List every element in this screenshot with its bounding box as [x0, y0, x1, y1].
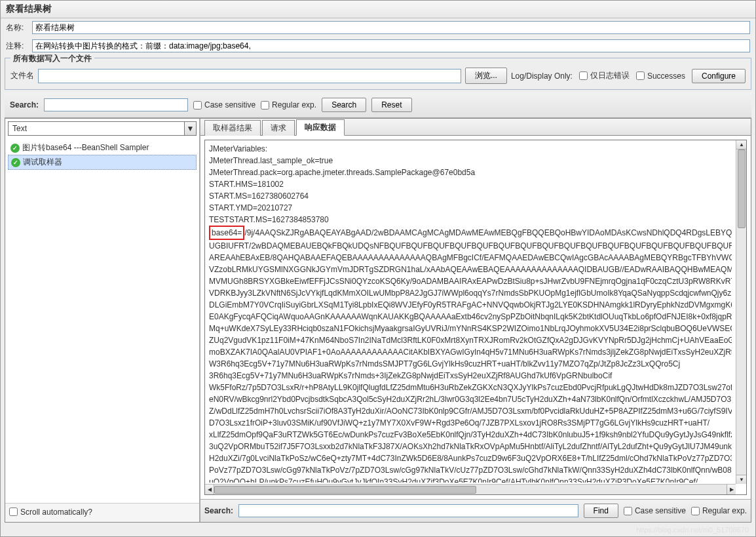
response-line: START.MS=1627380602764: [209, 190, 732, 202]
view-mode-value: Text: [9, 124, 184, 133]
response-line: VZzobLRMkUYGSMlNXGGNkJGYmVmJDRTgSZDRGN1h…: [209, 264, 732, 275]
search-label: Search:: [10, 100, 39, 109]
regex-checkbox[interactable]: Regular exp.: [261, 100, 316, 109]
panel-title: 察看结果树: [1, 1, 755, 18]
response-line: MVMUGh8BRSYXGBkeEiwfEFFjJCsSNi0QYzcoKSQ6…: [209, 275, 732, 287]
response-line: ZUq2VgudVK1pz11F0iM+47KnM64NboS7In2INaTd…: [209, 334, 732, 346]
filename-input[interactable]: [38, 69, 461, 83]
response-line: VDRKBJyy3LZkVNftN6SjJcVYkjfLqdKMmXOILwUM…: [209, 287, 732, 299]
response-line: W3R6hq3Ecg5V+71y7MNu6H3uaRWpKs7rNmdsSMJP…: [209, 358, 732, 370]
response-line: moBXZAK7IA0QAalAU0VPIAF1+0AoAAAAAAAAAAAA…: [209, 346, 732, 358]
highlight-box: base64=: [209, 226, 244, 240]
response-line: H2duXZi/7g0LvciNlaTkPoSz/wC6eQ+zty7MT+4d…: [209, 452, 732, 464]
horizontal-scrollbar[interactable]: ◀ ▶: [205, 484, 736, 494]
tree-item[interactable]: ✓图片转base64 ---BeanShell Sampler: [8, 141, 197, 155]
comment-input[interactable]: [32, 39, 750, 52]
response-line: TESTSTART.MS=1627384853780: [209, 214, 732, 226]
log-display-label: Log/Display Only:: [511, 71, 573, 81]
response-line: uQ2VpOQ+hLP/unkPs7cuzEfuHQu9yGytJyJkfQIn…: [209, 476, 732, 483]
response-line: UGBIUFRT/2wBDAQMEBAUEBQkFBQkUDQsNFBQUFBQ…: [209, 240, 732, 252]
scroll-up-icon[interactable]: ▲: [736, 140, 747, 149]
response-line: Wk5FfoRz/7p5D7O3LsxR/r+hP8AtyLL9K0jlfQlu…: [209, 382, 732, 393]
case-sensitive-checkbox[interactable]: Case sensitive: [193, 100, 255, 109]
response-line: JMeterThread.pack=org.apache.jmeter.thre…: [209, 167, 732, 178]
browse-button[interactable]: 浏览...: [465, 68, 507, 84]
watermark: https://blog.csdn.net/m0_51708670: [636, 526, 749, 534]
only-errors-checkbox[interactable]: 仅日志错误: [579, 70, 630, 81]
search-button[interactable]: Search: [322, 98, 366, 112]
bottom-search-input[interactable]: [238, 504, 578, 517]
tree-item-label: 调试取样器: [23, 157, 62, 168]
response-line: eN0RV/wBkcg9nrl2Ybd0PvcjbsdtkSqbcA3Qol5c…: [209, 393, 732, 405]
find-button[interactable]: Find: [584, 504, 618, 518]
configure-button[interactable]: Configure: [692, 69, 746, 83]
response-line: E0AKgFycqAFQCiqAWquoAAGnKAAAAAAWqnKAUAKK…: [209, 311, 732, 323]
response-line: Z/wDdLlfZ25dmH7h0LvchsrScii7iOf8A3TyH2du…: [209, 405, 732, 417]
tab[interactable]: 请求: [262, 120, 295, 136]
scroll-left-icon[interactable]: ◀: [205, 485, 214, 495]
scroll-right-icon[interactable]: ▶: [727, 485, 736, 495]
file-legend: 所有数据写入一个文件: [10, 53, 94, 64]
response-line: JMeterThread.last_sample_ok=true: [209, 155, 732, 167]
results-tree[interactable]: ✓图片转base64 ---BeanShell Sampler✓调试取样器: [5, 138, 199, 503]
response-line: base64=/9j/4AAQSkZJRgABAQEAYABgAAD/2wBDA…: [209, 226, 732, 240]
response-line: JMeterVariables:: [209, 143, 732, 155]
reset-button[interactable]: Reset: [371, 98, 411, 112]
comment-label: 注释:: [6, 41, 28, 52]
bottom-search-label: Search:: [204, 506, 233, 515]
bottom-regex-checkbox[interactable]: Regular exp.: [691, 506, 747, 515]
scroll-down-icon[interactable]: ▼: [736, 475, 747, 484]
file-fieldset: 所有数据写入一个文件 文件名 浏览... Log/Display Only: 仅…: [5, 58, 751, 90]
tree-item-label: 图片转base64 ---BeanShell Sampler: [22, 142, 149, 153]
response-line: START.HMS=181002: [209, 178, 732, 190]
view-mode-dropdown[interactable]: Text ▼: [8, 121, 197, 136]
scroll-thumb-h[interactable]: [214, 486, 476, 494]
success-icon: ✓: [11, 158, 20, 167]
response-text[interactable]: JMeterVariables:JMeterThread.last_sample…: [205, 140, 736, 483]
name-input[interactable]: [32, 21, 750, 34]
tree-item[interactable]: ✓调试取样器: [8, 155, 197, 170]
scroll-thumb[interactable]: [738, 149, 746, 228]
response-line: DLGiEmbM7Y0VCrqIiSuyiGbrLXSqM1Tyi8LpbIxE…: [209, 299, 732, 311]
tab[interactable]: 响应数据: [296, 119, 345, 136]
response-line: 3uQ2VpORMbuT52if7J5F7O3Lsxxb2d7kNlaTkF3J…: [209, 441, 732, 452]
scroll-auto-checkbox[interactable]: Scroll automatically?: [9, 507, 92, 517]
bottom-case-sensitive-checkbox[interactable]: Case sensitive: [624, 506, 686, 515]
response-line: PoVz77pZD7O3Lsw/cGg97kNlaTkPoVz/7pZD7O3L…: [209, 464, 732, 476]
successes-checkbox[interactable]: Successes: [636, 71, 685, 81]
response-line: Mq+uWKdeX7SyLEy33RHciqb0szaN1FOkichsjMya…: [209, 323, 732, 334]
name-label: 名称:: [6, 22, 28, 33]
response-line: xLlfZ25dmOpf9QaF3uRTZWk5GT6Ec/wDunkPs7cu…: [209, 429, 732, 441]
response-line: D7O3Lsxz1frOiP+3luv03SMiK/uf90VfJiWQ+z1y…: [209, 417, 732, 429]
success-icon: ✓: [10, 144, 20, 153]
response-area: JMeterVariables:JMeterThread.last_sample…: [204, 140, 747, 495]
vertical-scrollbar[interactable]: ▲ ▼: [736, 140, 746, 484]
response-line: AREAAhEBAxEB/8QAHQABAAEFAQEBAAAAAAAAAAAA…: [209, 252, 732, 264]
chevron-down-icon: ▼: [184, 122, 196, 135]
response-tabs: 取样器结果请求响应数据: [200, 119, 751, 136]
tab[interactable]: 取样器结果: [204, 120, 261, 136]
filename-label: 文件名: [10, 70, 34, 81]
search-input[interactable]: [44, 98, 188, 111]
response-line: START.YMD=20210727: [209, 202, 732, 214]
response-line: 3R6hq3Ecg5V+71y7MNu6H3uaRWpKs7rNmds+3IjZ…: [209, 370, 732, 382]
